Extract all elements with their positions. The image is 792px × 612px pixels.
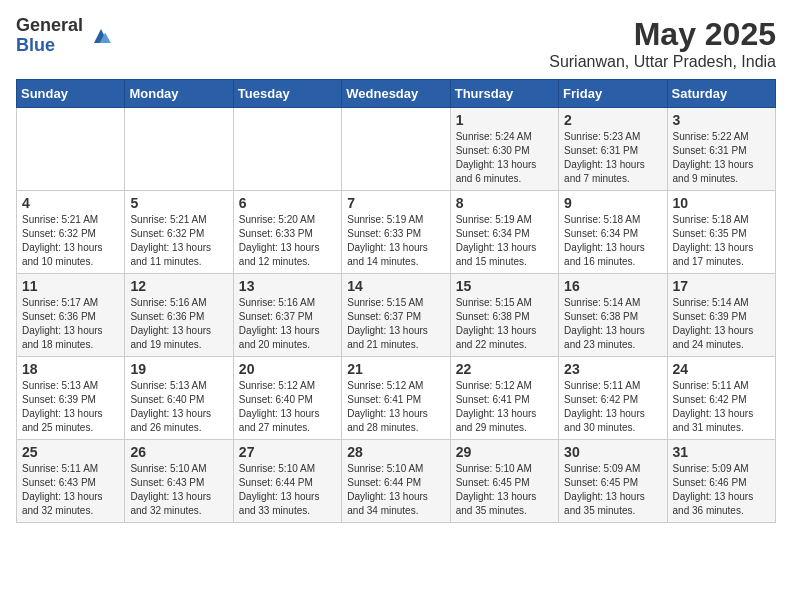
calendar-cell (17, 108, 125, 191)
day-number: 30 (564, 444, 661, 460)
page-header: General Blue May 2025 Surianwan, Uttar P… (16, 16, 776, 71)
day-number: 5 (130, 195, 227, 211)
day-number: 29 (456, 444, 553, 460)
week-row-5: 25Sunrise: 5:11 AM Sunset: 6:43 PM Dayli… (17, 440, 776, 523)
day-content: Sunrise: 5:17 AM Sunset: 6:36 PM Dayligh… (22, 296, 119, 352)
header-cell-wednesday: Wednesday (342, 80, 450, 108)
calendar-cell: 16Sunrise: 5:14 AM Sunset: 6:38 PM Dayli… (559, 274, 667, 357)
day-content: Sunrise: 5:24 AM Sunset: 6:30 PM Dayligh… (456, 130, 553, 186)
day-number: 14 (347, 278, 444, 294)
header-cell-tuesday: Tuesday (233, 80, 341, 108)
calendar-cell: 12Sunrise: 5:16 AM Sunset: 6:36 PM Dayli… (125, 274, 233, 357)
calendar-cell (342, 108, 450, 191)
day-number: 8 (456, 195, 553, 211)
day-number: 7 (347, 195, 444, 211)
day-number: 16 (564, 278, 661, 294)
logo-blue: Blue (16, 36, 83, 56)
day-content: Sunrise: 5:19 AM Sunset: 6:33 PM Dayligh… (347, 213, 444, 269)
day-number: 13 (239, 278, 336, 294)
month-title: May 2025 (549, 16, 776, 53)
day-content: Sunrise: 5:15 AM Sunset: 6:38 PM Dayligh… (456, 296, 553, 352)
day-number: 26 (130, 444, 227, 460)
day-number: 12 (130, 278, 227, 294)
day-number: 17 (673, 278, 770, 294)
day-number: 24 (673, 361, 770, 377)
day-number: 15 (456, 278, 553, 294)
calendar-table: SundayMondayTuesdayWednesdayThursdayFrid… (16, 79, 776, 523)
day-content: Sunrise: 5:15 AM Sunset: 6:37 PM Dayligh… (347, 296, 444, 352)
day-number: 21 (347, 361, 444, 377)
logo-icon (87, 22, 115, 50)
calendar-cell: 21Sunrise: 5:12 AM Sunset: 6:41 PM Dayli… (342, 357, 450, 440)
day-content: Sunrise: 5:10 AM Sunset: 6:45 PM Dayligh… (456, 462, 553, 518)
day-number: 4 (22, 195, 119, 211)
day-content: Sunrise: 5:10 AM Sunset: 6:43 PM Dayligh… (130, 462, 227, 518)
day-content: Sunrise: 5:23 AM Sunset: 6:31 PM Dayligh… (564, 130, 661, 186)
logo: General Blue (16, 16, 115, 56)
day-content: Sunrise: 5:16 AM Sunset: 6:36 PM Dayligh… (130, 296, 227, 352)
day-number: 3 (673, 112, 770, 128)
day-content: Sunrise: 5:09 AM Sunset: 6:45 PM Dayligh… (564, 462, 661, 518)
day-number: 27 (239, 444, 336, 460)
calendar-cell: 8Sunrise: 5:19 AM Sunset: 6:34 PM Daylig… (450, 191, 558, 274)
day-content: Sunrise: 5:21 AM Sunset: 6:32 PM Dayligh… (130, 213, 227, 269)
day-number: 23 (564, 361, 661, 377)
day-content: Sunrise: 5:11 AM Sunset: 6:43 PM Dayligh… (22, 462, 119, 518)
calendar-header: SundayMondayTuesdayWednesdayThursdayFrid… (17, 80, 776, 108)
header-cell-thursday: Thursday (450, 80, 558, 108)
day-content: Sunrise: 5:10 AM Sunset: 6:44 PM Dayligh… (347, 462, 444, 518)
calendar-cell: 28Sunrise: 5:10 AM Sunset: 6:44 PM Dayli… (342, 440, 450, 523)
day-content: Sunrise: 5:11 AM Sunset: 6:42 PM Dayligh… (673, 379, 770, 435)
calendar-cell: 25Sunrise: 5:11 AM Sunset: 6:43 PM Dayli… (17, 440, 125, 523)
calendar-cell: 26Sunrise: 5:10 AM Sunset: 6:43 PM Dayli… (125, 440, 233, 523)
header-row: SundayMondayTuesdayWednesdayThursdayFrid… (17, 80, 776, 108)
day-content: Sunrise: 5:12 AM Sunset: 6:41 PM Dayligh… (347, 379, 444, 435)
day-number: 1 (456, 112, 553, 128)
day-number: 20 (239, 361, 336, 377)
calendar-cell: 6Sunrise: 5:20 AM Sunset: 6:33 PM Daylig… (233, 191, 341, 274)
day-content: Sunrise: 5:18 AM Sunset: 6:35 PM Dayligh… (673, 213, 770, 269)
day-content: Sunrise: 5:22 AM Sunset: 6:31 PM Dayligh… (673, 130, 770, 186)
header-cell-sunday: Sunday (17, 80, 125, 108)
calendar-cell: 14Sunrise: 5:15 AM Sunset: 6:37 PM Dayli… (342, 274, 450, 357)
day-content: Sunrise: 5:20 AM Sunset: 6:33 PM Dayligh… (239, 213, 336, 269)
day-content: Sunrise: 5:13 AM Sunset: 6:39 PM Dayligh… (22, 379, 119, 435)
day-content: Sunrise: 5:10 AM Sunset: 6:44 PM Dayligh… (239, 462, 336, 518)
logo-general: General (16, 16, 83, 36)
calendar-cell: 27Sunrise: 5:10 AM Sunset: 6:44 PM Dayli… (233, 440, 341, 523)
calendar-cell (233, 108, 341, 191)
day-number: 6 (239, 195, 336, 211)
calendar-cell: 4Sunrise: 5:21 AM Sunset: 6:32 PM Daylig… (17, 191, 125, 274)
week-row-4: 18Sunrise: 5:13 AM Sunset: 6:39 PM Dayli… (17, 357, 776, 440)
calendar-body: 1Sunrise: 5:24 AM Sunset: 6:30 PM Daylig… (17, 108, 776, 523)
day-number: 22 (456, 361, 553, 377)
calendar-cell: 23Sunrise: 5:11 AM Sunset: 6:42 PM Dayli… (559, 357, 667, 440)
header-cell-monday: Monday (125, 80, 233, 108)
calendar-cell: 5Sunrise: 5:21 AM Sunset: 6:32 PM Daylig… (125, 191, 233, 274)
calendar-cell: 11Sunrise: 5:17 AM Sunset: 6:36 PM Dayli… (17, 274, 125, 357)
calendar-cell: 30Sunrise: 5:09 AM Sunset: 6:45 PM Dayli… (559, 440, 667, 523)
day-content: Sunrise: 5:14 AM Sunset: 6:39 PM Dayligh… (673, 296, 770, 352)
week-row-1: 1Sunrise: 5:24 AM Sunset: 6:30 PM Daylig… (17, 108, 776, 191)
day-content: Sunrise: 5:18 AM Sunset: 6:34 PM Dayligh… (564, 213, 661, 269)
calendar-cell: 2Sunrise: 5:23 AM Sunset: 6:31 PM Daylig… (559, 108, 667, 191)
title-area: May 2025 Surianwan, Uttar Pradesh, India (549, 16, 776, 71)
calendar-cell: 9Sunrise: 5:18 AM Sunset: 6:34 PM Daylig… (559, 191, 667, 274)
calendar-cell: 18Sunrise: 5:13 AM Sunset: 6:39 PM Dayli… (17, 357, 125, 440)
location-title: Surianwan, Uttar Pradesh, India (549, 53, 776, 71)
calendar-cell: 1Sunrise: 5:24 AM Sunset: 6:30 PM Daylig… (450, 108, 558, 191)
calendar-cell: 20Sunrise: 5:12 AM Sunset: 6:40 PM Dayli… (233, 357, 341, 440)
calendar-cell: 10Sunrise: 5:18 AM Sunset: 6:35 PM Dayli… (667, 191, 775, 274)
day-content: Sunrise: 5:14 AM Sunset: 6:38 PM Dayligh… (564, 296, 661, 352)
calendar-cell: 3Sunrise: 5:22 AM Sunset: 6:31 PM Daylig… (667, 108, 775, 191)
calendar-cell (125, 108, 233, 191)
calendar-cell: 17Sunrise: 5:14 AM Sunset: 6:39 PM Dayli… (667, 274, 775, 357)
calendar-cell: 22Sunrise: 5:12 AM Sunset: 6:41 PM Dayli… (450, 357, 558, 440)
day-number: 11 (22, 278, 119, 294)
day-content: Sunrise: 5:21 AM Sunset: 6:32 PM Dayligh… (22, 213, 119, 269)
day-content: Sunrise: 5:19 AM Sunset: 6:34 PM Dayligh… (456, 213, 553, 269)
day-content: Sunrise: 5:11 AM Sunset: 6:42 PM Dayligh… (564, 379, 661, 435)
calendar-cell: 24Sunrise: 5:11 AM Sunset: 6:42 PM Dayli… (667, 357, 775, 440)
calendar-cell: 7Sunrise: 5:19 AM Sunset: 6:33 PM Daylig… (342, 191, 450, 274)
header-cell-friday: Friday (559, 80, 667, 108)
